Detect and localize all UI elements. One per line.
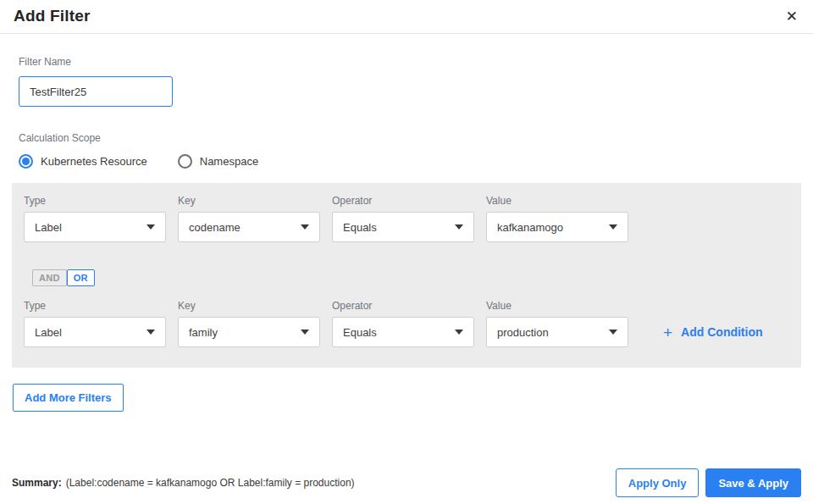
summary-text: (Label:codename = kafkanamogo OR Label:f… (66, 477, 355, 489)
condition-key-field: Key codename (178, 195, 320, 242)
summary-label: Summary: (12, 477, 62, 489)
dropdown-value: family (189, 326, 218, 339)
condition-type-field: Type Label (24, 195, 166, 242)
dropdown-value: Label (35, 221, 62, 234)
value-label: Value (486, 195, 628, 207)
filter-name-label: Filter Name (19, 56, 794, 68)
add-more-filters-button[interactable]: Add More Filters (13, 384, 124, 412)
condition-value-field: Value kafkanamogo (486, 195, 628, 242)
calculation-scope-label: Calculation Scope (19, 132, 794, 144)
operator-dropdown[interactable]: Equals (332, 317, 474, 347)
dialog-footer: Summary:(Label:codename = kafkanamogo OR… (0, 468, 813, 497)
radio-kubernetes-resource[interactable]: Kubernetes Resource (19, 154, 147, 169)
logic-toggle: AND OR (32, 269, 789, 286)
condition-operator-field: Operator Equals (332, 195, 474, 242)
key-label: Key (178, 195, 320, 207)
key-label: Key (178, 300, 320, 312)
type-dropdown[interactable]: Label (24, 317, 166, 347)
radio-selected-icon[interactable] (19, 154, 33, 169)
calculation-scope-options: Kubernetes Resource Namespace (19, 154, 794, 169)
chevron-down-icon (301, 224, 309, 230)
condition-row-2: Type Label Key family Operator Equals (24, 300, 789, 347)
dropdown-value: Equals (343, 326, 377, 339)
filter-name-input[interactable] (19, 76, 173, 107)
type-label: Type (24, 195, 166, 207)
add-more-filters-row: Add More Filters (0, 368, 813, 412)
condition-value-field: Value production (486, 300, 628, 347)
value-dropdown[interactable]: kafkanamogo (486, 212, 628, 242)
chevron-down-icon (301, 330, 309, 335)
condition-operator-field: Operator Equals (332, 300, 474, 347)
radio-namespace[interactable]: Namespace (178, 154, 258, 169)
add-filter-dialog: Add Filter ✕ Filter Name Calculation Sco… (0, 0, 813, 504)
condition-type-field: Type Label (24, 300, 166, 347)
add-condition-button[interactable]: + Add Condition (663, 317, 763, 347)
save-apply-button[interactable]: Save & Apply (705, 468, 801, 497)
or-toggle-button[interactable]: OR (67, 269, 95, 286)
condition-key-field: Key family (178, 300, 320, 347)
chevron-down-icon (147, 330, 155, 335)
spacer (0, 412, 813, 468)
operator-dropdown[interactable]: Equals (332, 212, 474, 242)
chevron-down-icon (147, 224, 155, 230)
operator-label: Operator (332, 300, 474, 312)
operator-label: Operator (332, 195, 474, 207)
radio-unselected-icon[interactable] (178, 154, 192, 169)
conditions-panel: Type Label Key codename Operator Equals (12, 183, 801, 368)
condition-row-1: Type Label Key codename Operator Equals (24, 195, 789, 242)
chevron-down-icon (455, 330, 463, 335)
type-dropdown[interactable]: Label (24, 212, 166, 242)
close-icon[interactable]: ✕ (784, 8, 799, 25)
plus-icon: + (663, 324, 672, 341)
footer-actions: Apply Only Save & Apply (616, 468, 801, 497)
chevron-down-icon (609, 224, 617, 230)
add-condition-label: Add Condition (681, 325, 762, 339)
summary: Summary:(Label:codename = kafkanamogo OR… (12, 477, 355, 489)
value-label: Value (486, 300, 628, 312)
key-dropdown[interactable]: family (178, 317, 320, 347)
dropdown-value: codename (189, 221, 241, 234)
apply-only-button[interactable]: Apply Only (616, 468, 700, 497)
type-label: Type (24, 300, 166, 312)
dialog-header: Add Filter ✕ (0, 0, 813, 34)
and-toggle-button[interactable]: AND (32, 269, 67, 286)
chevron-down-icon (455, 224, 463, 230)
dropdown-value: kafkanamogo (497, 221, 563, 234)
value-dropdown[interactable]: production (486, 317, 628, 347)
dropdown-value: production (497, 326, 549, 339)
dialog-body: Filter Name Calculation Scope Kubernetes… (0, 34, 813, 169)
page-title: Add Filter (14, 7, 91, 25)
dropdown-value: Label (35, 326, 62, 339)
chevron-down-icon (609, 330, 617, 335)
dropdown-value: Equals (343, 221, 377, 234)
radio-label: Namespace (200, 155, 258, 168)
key-dropdown[interactable]: codename (178, 212, 320, 242)
radio-label: Kubernetes Resource (41, 155, 147, 168)
